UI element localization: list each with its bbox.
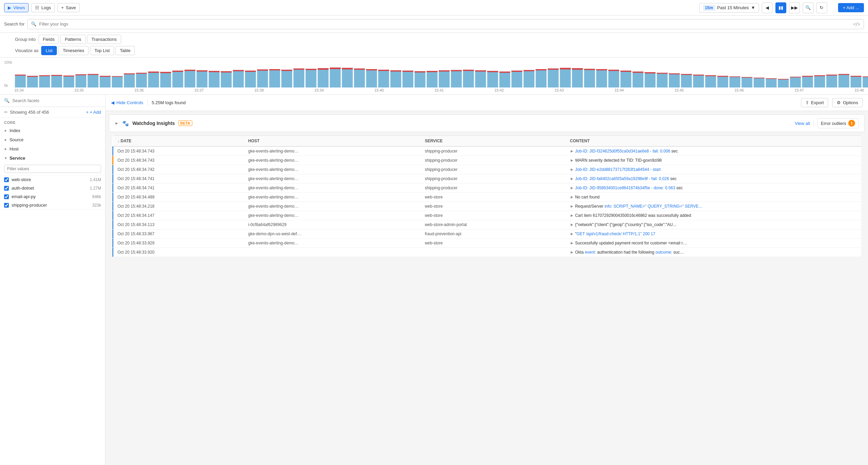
table-row[interactable]: Oct 20 15:48:34.489 gke-events-alerting-… bbox=[112, 193, 861, 202]
table-row[interactable]: Oct 20 15:48:34.741 gke-events-alerting-… bbox=[112, 183, 861, 193]
search-input-wrap[interactable]: 🔍 </> bbox=[27, 19, 864, 29]
sidebar-search: 🔍 bbox=[0, 95, 105, 107]
date-cell: Oct 20 15:48:34.218 bbox=[113, 202, 244, 211]
logs-label: Logs bbox=[41, 5, 51, 10]
service-checkbox-web-store[interactable] bbox=[4, 177, 9, 182]
options-button[interactable]: ⚙ Options bbox=[832, 98, 863, 107]
table-row[interactable]: Oct 20 15:48:34.113 i-0cf8a64af62989629 … bbox=[112, 220, 861, 229]
table-row[interactable]: Oct 20 15:48:33.920 ► Okta event: authen… bbox=[112, 248, 861, 257]
svg-rect-8 bbox=[63, 76, 74, 87]
transactions-button[interactable]: Transactions bbox=[87, 35, 121, 44]
svg-rect-75 bbox=[463, 70, 474, 71]
table-row[interactable]: Oct 20 15:48:34.218 gke-events-alerting-… bbox=[112, 202, 861, 211]
service-count: 323k bbox=[92, 203, 101, 208]
next-time-button[interactable]: ▶▶ bbox=[789, 2, 800, 13]
host-facet[interactable]: ► Host bbox=[0, 144, 105, 154]
refresh-button[interactable]: ↻ bbox=[816, 2, 827, 13]
patterns-button[interactable]: Patterns bbox=[60, 35, 85, 44]
service-name: email-api-py bbox=[12, 194, 90, 199]
svg-rect-92 bbox=[572, 68, 583, 87]
table-row[interactable]: Oct 20 15:48:34.743 gke-events-alerting-… bbox=[112, 146, 861, 156]
svg-rect-40 bbox=[257, 69, 268, 87]
service-facet-header[interactable]: ▼ Service bbox=[0, 154, 105, 163]
table-row[interactable]: Oct 20 15:48:34.741 gke-events-alerting-… bbox=[112, 174, 861, 183]
table-row[interactable]: Oct 20 15:48:33.929 gke-events-alerting-… bbox=[112, 239, 861, 248]
service-item-auth-dotnet[interactable]: auth-dotnet 1.27M bbox=[0, 184, 105, 192]
expand-icon[interactable]: ► bbox=[115, 121, 119, 126]
svg-rect-111 bbox=[681, 74, 692, 75]
svg-rect-127 bbox=[778, 79, 789, 80]
pause-button[interactable]: ▮▮ bbox=[775, 2, 786, 13]
svg-rect-50 bbox=[318, 68, 328, 87]
service-column-header[interactable]: SERVICE bbox=[421, 136, 566, 147]
svg-rect-74 bbox=[463, 70, 474, 87]
service-name: shipping-producer bbox=[12, 203, 90, 208]
svg-rect-58 bbox=[366, 69, 377, 87]
service-count: 646k bbox=[92, 194, 101, 199]
service-item-web-store[interactable]: web-store 1.41M bbox=[0, 175, 105, 184]
svg-rect-57 bbox=[354, 68, 365, 70]
export-button[interactable]: ⇧ Export bbox=[801, 98, 829, 107]
core-section: CORE ► Index ► Source ► Host ▼ Service bbox=[0, 118, 105, 210]
service-checkbox-email-api-py[interactable] bbox=[4, 194, 9, 199]
view-all-link[interactable]: View all bbox=[795, 121, 810, 126]
facets-search-input[interactable] bbox=[12, 98, 101, 103]
logs-button[interactable]: ☷ Logs bbox=[31, 3, 54, 12]
table-row[interactable]: Oct 20 15:48:34.742 gke-events-alerting-… bbox=[112, 165, 861, 174]
date-cell: Oct 20 15:48:33.929 bbox=[113, 239, 244, 248]
search-icon-button[interactable]: 🔍 bbox=[803, 2, 814, 13]
options-label: Options bbox=[843, 100, 858, 105]
svg-rect-89 bbox=[548, 68, 559, 70]
prev-time-button[interactable]: ◀ bbox=[762, 2, 773, 13]
views-button[interactable]: ▶ Views bbox=[4, 3, 29, 12]
svg-rect-81 bbox=[499, 71, 510, 73]
host-cell: gke-events-alerting-demo… bbox=[244, 165, 421, 174]
error-outliers-button[interactable]: Error outliers 1 bbox=[817, 118, 859, 128]
filter-values-input[interactable] bbox=[4, 165, 101, 173]
service-label: Service bbox=[10, 156, 25, 161]
table-header-row: ↓ DATE HOST SERVICE CONTENT bbox=[112, 136, 861, 147]
chart-y-max: 100k bbox=[4, 60, 12, 64]
top-list-button[interactable]: Top List bbox=[90, 46, 114, 55]
code-icon[interactable]: </> bbox=[853, 21, 860, 27]
svg-rect-14 bbox=[100, 76, 111, 87]
svg-rect-76 bbox=[475, 70, 486, 87]
svg-rect-16 bbox=[112, 76, 123, 87]
list-button[interactable]: List bbox=[41, 46, 57, 55]
time-range-selector[interactable]: 15m Past 15 Minutes ▼ bbox=[699, 3, 759, 13]
svg-rect-22 bbox=[148, 71, 159, 87]
host-column-header[interactable]: HOST bbox=[244, 136, 421, 147]
hide-controls-button[interactable]: ◀ Hide Controls bbox=[111, 100, 143, 105]
chevron-right-icon: ► bbox=[4, 129, 7, 132]
fields-button[interactable]: Fields bbox=[38, 35, 59, 44]
table-row[interactable]: Oct 20 15:48:34.147 gke-events-alerting-… bbox=[112, 211, 861, 220]
svg-rect-135 bbox=[826, 75, 837, 76]
service-item-email-api-py[interactable]: email-api-py 646k bbox=[0, 192, 105, 201]
service-checkbox-shipping-producer[interactable] bbox=[4, 203, 9, 208]
svg-rect-33 bbox=[209, 71, 220, 72]
date-cell: Oct 20 15:48:34.147 bbox=[113, 211, 244, 220]
table-row[interactable]: Oct 20 15:48:33.967 gke-demo-dpn-us-west… bbox=[112, 229, 861, 239]
table-button[interactable]: Table bbox=[115, 46, 135, 55]
time-badge: 15m bbox=[703, 5, 715, 11]
search-input[interactable] bbox=[39, 21, 851, 27]
service-checkbox-auth-dotnet[interactable] bbox=[4, 186, 9, 191]
service-item-shipping-producer[interactable]: shipping-producer 323k bbox=[0, 201, 105, 209]
svg-rect-44 bbox=[282, 70, 292, 87]
timeseries-button[interactable]: Timeseries bbox=[58, 46, 89, 55]
save-button[interactable]: + Save bbox=[58, 3, 80, 12]
content-column-header[interactable]: CONTENT bbox=[566, 136, 861, 147]
svg-rect-129 bbox=[790, 77, 801, 78]
service-cell: shipping-producer bbox=[421, 183, 566, 193]
date-column-header[interactable]: ↓ DATE bbox=[113, 136, 244, 147]
add-facet-link[interactable]: + + Add bbox=[86, 110, 101, 115]
svg-rect-15 bbox=[100, 76, 111, 77]
index-facet[interactable]: ► Index bbox=[0, 126, 105, 135]
content-cell: ► Job-ID: JID-fa8402ca65f3a59a19298e9f -… bbox=[566, 174, 861, 183]
svg-rect-119 bbox=[729, 77, 740, 77]
svg-rect-134 bbox=[826, 75, 837, 87]
add-button[interactable]: + Add ... bbox=[838, 3, 864, 12]
table-row[interactable]: Oct 20 15:48:34.743 gke-events-alerting-… bbox=[112, 156, 861, 165]
svg-rect-59 bbox=[366, 69, 377, 70]
source-facet[interactable]: ► Source bbox=[0, 135, 105, 144]
